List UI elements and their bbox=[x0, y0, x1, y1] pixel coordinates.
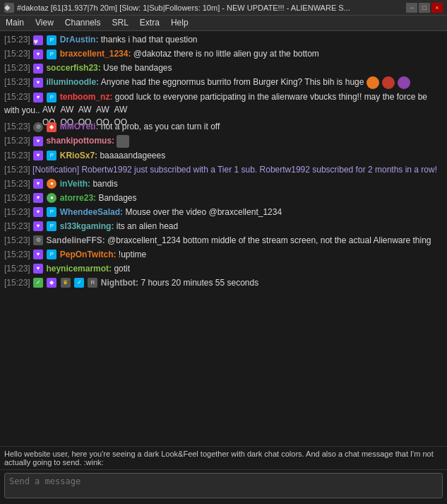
chat-line: [15:23] ♥ P KRioSx7: baaaaandageees bbox=[3, 148, 444, 163]
chat-line: [15:23] ⚙ SandelineFFS: @braxcellent_123… bbox=[3, 233, 444, 247]
timestamp: [15:23] bbox=[4, 235, 30, 245]
username: tenboom_nz: bbox=[60, 92, 113, 102]
username: MMOYeti: bbox=[60, 122, 99, 131]
message-text: Use the bandages bbox=[103, 63, 172, 73]
timestamp: [15:23] bbox=[4, 49, 30, 59]
message-text: @dakotaz there is no little alien guy at… bbox=[133, 49, 319, 59]
menubar: Main View Channels SRL Extra Help bbox=[0, 16, 447, 31]
username: shankipottomus: bbox=[46, 136, 114, 146]
badge-subscriber: ♥ bbox=[33, 35, 43, 45]
username: PepOnTwitch: bbox=[60, 250, 117, 259]
emote-awoo2: AWOO bbox=[60, 103, 76, 119]
badge-crown: ♛ bbox=[61, 278, 71, 288]
timestamp: [15:23] bbox=[4, 250, 30, 259]
timestamp: [15:23] bbox=[4, 179, 30, 189]
chat-line: [15:23] ♥ soccerfish23: Use the bandages bbox=[3, 61, 444, 75]
timestamp: [15:23] bbox=[4, 165, 30, 175]
chat-line: [15:23] ♥ P PepOnTwitch: !uptime bbox=[3, 247, 444, 262]
badge-bits: ◆ bbox=[47, 278, 56, 288]
badge-subscriber: ♥ bbox=[33, 221, 43, 231]
badge-bot: ⚙ bbox=[33, 235, 43, 245]
message-text: its an alien head bbox=[117, 221, 178, 231]
chat-line: [15:23] ♥ ● inVeith: bandis bbox=[3, 177, 444, 191]
chat-area[interactable]: [15:23] ♥ P DrAustin: thanks i had that … bbox=[0, 31, 447, 446]
chat-line: [15:23] ✓ ◆ ♛ ✓ R Nightbot: 7 hours 20 m… bbox=[3, 276, 444, 290]
menu-help[interactable]: Help bbox=[165, 16, 194, 30]
emote-small bbox=[117, 135, 129, 148]
notification-line: [15:23] [Notification] Robertw1992 just … bbox=[3, 163, 444, 177]
titlebar: ◆ #dakotaz [61|31.937|7h 20m] [Slow: 1|S… bbox=[0, 0, 447, 16]
badge-subscriber: ♥ bbox=[33, 179, 43, 189]
badge-prime: P bbox=[47, 221, 56, 231]
emote-awoo3: AWOO bbox=[78, 103, 94, 119]
timestamp: [15:23] bbox=[4, 136, 30, 146]
badge-subscriber: ♥ bbox=[33, 136, 43, 146]
badge-subscriber: ♥ bbox=[33, 151, 43, 160]
menu-extra[interactable]: Extra bbox=[134, 16, 165, 30]
menu-main[interactable]: Main bbox=[0, 16, 30, 30]
chat-line: [15:23] ♥ P sl33kgaming: its an alien he… bbox=[3, 219, 444, 233]
username: WhendeeSalad: bbox=[60, 207, 123, 217]
emote-awoo1: AWOO bbox=[42, 103, 58, 119]
menu-view[interactable]: View bbox=[30, 16, 59, 30]
timestamp: [15:23] bbox=[4, 35, 30, 45]
timestamp: [15:23] bbox=[4, 63, 30, 73]
badge-check-green: ✓ bbox=[33, 278, 43, 288]
message-text: @braxcellent_1234 bottom middle of the s… bbox=[107, 235, 431, 245]
emote-awoo5: AWOO bbox=[114, 103, 129, 119]
message-text: Bandages bbox=[98, 193, 136, 203]
badge-subscriber: ♥ bbox=[33, 78, 43, 88]
timestamp: [15:23] bbox=[4, 207, 30, 217]
badge-subscriber: ♥ bbox=[33, 250, 43, 259]
chat-line: [15:23] ⚙ ◆ MMOYeti: not a prob, as you … bbox=[3, 119, 444, 134]
chat-line: [15:23] ♥ shankipottomus: bbox=[3, 134, 444, 148]
message-text: !uptime bbox=[119, 250, 146, 259]
badge-green-circle: ● bbox=[47, 193, 56, 203]
message-text: gotit bbox=[114, 264, 130, 274]
emote-face3 bbox=[398, 76, 410, 89]
chat-line: [15:23] ♥ P DrAustin: thanks i had that … bbox=[3, 33, 444, 47]
badge-prime: P bbox=[47, 250, 56, 259]
menu-srl[interactable]: SRL bbox=[107, 16, 134, 30]
timestamp: [15:23] bbox=[4, 221, 30, 231]
minimize-button[interactable]: − bbox=[406, 3, 417, 13]
message-text: baaaaandageees bbox=[100, 151, 165, 160]
badge-prime: P bbox=[47, 207, 56, 217]
message-text: Anyone had the eggnormus burrito from Bu… bbox=[101, 77, 366, 87]
badge-subscriber: ♥ bbox=[33, 93, 43, 102]
emote-face2 bbox=[382, 76, 395, 89]
badge-extra: ● bbox=[47, 179, 56, 189]
app-icon: ◆ bbox=[4, 3, 14, 13]
window-controls: − □ × bbox=[406, 3, 443, 13]
timestamp: [15:23] bbox=[4, 264, 30, 274]
emote-awoo4: AWOO bbox=[96, 103, 112, 119]
chat-line: [15:23] ♥ P tenboom_nz: good luck to eve… bbox=[3, 90, 444, 119]
timestamp: [15:23] bbox=[4, 151, 30, 160]
message-text: Mouse over the video @braxcellent_1234 bbox=[125, 207, 282, 217]
timestamp: [15:23] bbox=[4, 122, 30, 131]
chat-line: [15:23] ♥ P braxcellent_1234: @dakotaz t… bbox=[3, 47, 444, 61]
message-text: 7 hours 20 minutes 55 seconds bbox=[141, 278, 258, 288]
username: KRioSx7: bbox=[60, 151, 97, 160]
badge-subscriber: ♥ bbox=[33, 207, 43, 217]
badge-prime: P bbox=[47, 151, 56, 160]
maximize-button[interactable]: □ bbox=[419, 3, 430, 13]
badge-subscriber: ♥ bbox=[33, 193, 43, 203]
close-button[interactable]: × bbox=[431, 3, 443, 13]
badge-settings: ⚙ bbox=[33, 122, 43, 132]
badge-prime: P bbox=[47, 49, 56, 59]
emote-face1 bbox=[366, 76, 379, 89]
timestamp: [15:23] bbox=[4, 77, 30, 87]
input-area bbox=[0, 469, 447, 504]
username: sl33kgaming: bbox=[60, 221, 114, 231]
badge-robot: R bbox=[88, 278, 97, 288]
badge-subscriber: ♥ bbox=[33, 49, 43, 59]
bottom-notice: Hello website user, here you're seeing a… bbox=[0, 446, 447, 469]
chat-input[interactable] bbox=[4, 473, 443, 498]
message-text: not a prob, as you can turn it off bbox=[101, 122, 220, 131]
username: DrAustin: bbox=[60, 35, 99, 45]
menu-channels[interactable]: Channels bbox=[59, 16, 107, 30]
username: braxcellent_1234: bbox=[60, 49, 131, 59]
chat-line: [15:23] ♥ P WhendeeSalad: Mouse over the… bbox=[3, 205, 444, 219]
timestamp: [15:23] bbox=[4, 92, 30, 102]
